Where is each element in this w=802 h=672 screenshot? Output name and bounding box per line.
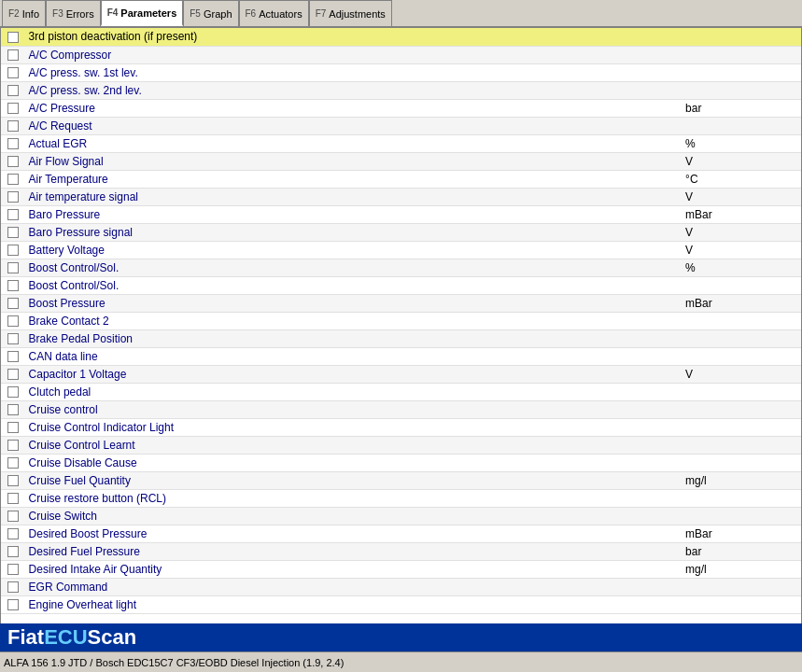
checkbox[interactable] bbox=[7, 156, 19, 167]
table-row[interactable]: Cruise Switch bbox=[1, 507, 801, 525]
app-logo: FiatECUScan bbox=[7, 625, 136, 650]
row-checkbox-cell bbox=[1, 188, 25, 205]
checkbox[interactable] bbox=[7, 280, 19, 291]
checkbox[interactable] bbox=[7, 386, 19, 398]
table-row[interactable]: Cruise Control Indicator Light bbox=[1, 418, 801, 436]
checkbox[interactable] bbox=[7, 404, 19, 415]
checkbox[interactable] bbox=[7, 422, 19, 433]
param-unit bbox=[682, 329, 801, 347]
tab-graph[interactable]: F5Graph bbox=[183, 0, 238, 26]
tab-errors[interactable]: F3Errors bbox=[46, 0, 101, 26]
param-unit bbox=[682, 383, 801, 400]
param-name: A/C press. sw. 2nd lev. bbox=[25, 81, 682, 99]
checkbox[interactable] bbox=[7, 209, 19, 220]
tab-adjustments[interactable]: F7Adjustments bbox=[309, 0, 392, 26]
tab-info[interactable]: F2Info bbox=[2, 0, 46, 26]
row-checkbox-cell bbox=[1, 595, 25, 613]
checkbox[interactable] bbox=[7, 546, 19, 557]
checkbox[interactable] bbox=[7, 67, 19, 78]
table-row[interactable]: Cruise control bbox=[1, 400, 801, 418]
table-row[interactable]: Brake Pedal Position bbox=[1, 329, 801, 347]
table-row[interactable]: A/C Compressor bbox=[1, 46, 801, 63]
checkbox[interactable] bbox=[7, 49, 19, 61]
table-row[interactable]: Capacitor 1 VoltageV bbox=[1, 365, 801, 383]
table-row[interactable]: Battery VoltageV bbox=[1, 241, 801, 259]
param-name: Actual EGR bbox=[25, 134, 682, 152]
param-name: Cruise Switch bbox=[25, 507, 682, 525]
checkbox[interactable] bbox=[7, 493, 19, 504]
table-row[interactable]: A/C press. sw. 2nd lev. bbox=[1, 81, 801, 99]
table-row[interactable]: Air temperature signalV bbox=[1, 188, 801, 205]
checkbox[interactable] bbox=[7, 351, 19, 362]
table-row[interactable]: 3rd piston deactivation (if present) bbox=[1, 28, 801, 46]
checkbox[interactable] bbox=[7, 581, 19, 593]
row-checkbox-cell bbox=[1, 489, 25, 507]
table-row[interactable]: Air Temperature°C bbox=[1, 170, 801, 188]
checkbox[interactable] bbox=[7, 564, 19, 575]
param-name: Air Flow Signal bbox=[25, 152, 682, 170]
param-unit bbox=[682, 489, 801, 507]
param-name: Boost Control/Sol. bbox=[25, 259, 682, 276]
table-row[interactable]: Brake Contact 2 bbox=[1, 312, 801, 329]
param-name: Desired Fuel Pressure bbox=[25, 542, 682, 560]
param-name: Cruise restore button (RCL) bbox=[25, 489, 682, 507]
param-unit: bar bbox=[682, 99, 801, 117]
checkbox[interactable] bbox=[7, 333, 19, 344]
tab-actuators[interactable]: F6Actuators bbox=[239, 0, 309, 26]
param-unit bbox=[682, 347, 801, 365]
param-name: Cruise Fuel Quantity bbox=[25, 471, 682, 489]
checkbox[interactable] bbox=[7, 440, 19, 451]
row-checkbox-cell bbox=[1, 347, 25, 365]
table-row[interactable]: Engine Overheat light bbox=[1, 595, 801, 613]
table-row[interactable]: Baro Pressure signalV bbox=[1, 223, 801, 241]
checkbox[interactable] bbox=[7, 138, 19, 149]
table-row[interactable]: Baro PressuremBar bbox=[1, 205, 801, 223]
param-name: Battery Voltage bbox=[25, 241, 682, 259]
checkbox[interactable] bbox=[7, 369, 19, 380]
param-name: A/C Compressor bbox=[25, 46, 682, 63]
table-row[interactable]: Boost Control/Sol. bbox=[1, 276, 801, 294]
table-row[interactable]: Desired Boost PressuremBar bbox=[1, 525, 801, 542]
tab-key-adjustments: F7 bbox=[316, 8, 327, 19]
checkbox[interactable] bbox=[7, 227, 19, 238]
checkbox[interactable] bbox=[7, 174, 19, 185]
checkbox[interactable] bbox=[7, 262, 19, 273]
param-unit: V bbox=[682, 152, 801, 170]
table-row[interactable]: A/C press. sw. 1st lev. bbox=[1, 63, 801, 81]
checkbox[interactable] bbox=[7, 245, 19, 256]
table-row[interactable]: A/C Request bbox=[1, 117, 801, 134]
logo-fiat: Fiat bbox=[7, 625, 44, 649]
table-row[interactable]: Desired Fuel Pressurebar bbox=[1, 542, 801, 560]
params-table-container[interactable]: 3rd piston deactivation (if present)A/C … bbox=[1, 28, 801, 623]
table-row[interactable]: Cruise restore button (RCL) bbox=[1, 489, 801, 507]
table-row[interactable]: Cruise Disable Cause bbox=[1, 454, 801, 471]
table-row[interactable]: EGR Command bbox=[1, 578, 801, 595]
table-row[interactable]: Clutch pedal bbox=[1, 383, 801, 400]
checkbox[interactable] bbox=[7, 315, 19, 327]
table-row[interactable]: Desired Intake Air Quantitymg/l bbox=[1, 560, 801, 578]
table-row[interactable]: Actual EGR% bbox=[1, 134, 801, 152]
checkbox[interactable] bbox=[7, 475, 19, 486]
param-unit: V bbox=[682, 188, 801, 205]
checkbox[interactable] bbox=[7, 599, 19, 610]
table-row[interactable]: A/C Pressurebar bbox=[1, 99, 801, 117]
table-row[interactable]: Air Flow SignalV bbox=[1, 152, 801, 170]
tab-parameters[interactable]: F4Parameters bbox=[101, 0, 184, 26]
table-row[interactable]: Cruise Control Learnt bbox=[1, 436, 801, 454]
table-row[interactable]: Boost Control/Sol.% bbox=[1, 259, 801, 276]
table-row[interactable]: CAN data line bbox=[1, 347, 801, 365]
checkbox[interactable] bbox=[7, 511, 19, 522]
checkbox[interactable] bbox=[7, 457, 19, 469]
checkbox[interactable] bbox=[7, 191, 19, 203]
param-name: EGR Command bbox=[25, 578, 682, 595]
param-name: Air Temperature bbox=[25, 170, 682, 188]
table-row[interactable]: Boost PressuremBar bbox=[1, 294, 801, 312]
tab-label-errors: Errors bbox=[66, 8, 94, 20]
checkbox[interactable] bbox=[7, 528, 19, 539]
checkbox[interactable] bbox=[7, 298, 19, 309]
checkbox[interactable] bbox=[7, 120, 19, 132]
checkbox[interactable] bbox=[7, 32, 19, 43]
table-row[interactable]: Cruise Fuel Quantitymg/l bbox=[1, 471, 801, 489]
checkbox[interactable] bbox=[7, 85, 19, 96]
checkbox[interactable] bbox=[7, 103, 19, 114]
